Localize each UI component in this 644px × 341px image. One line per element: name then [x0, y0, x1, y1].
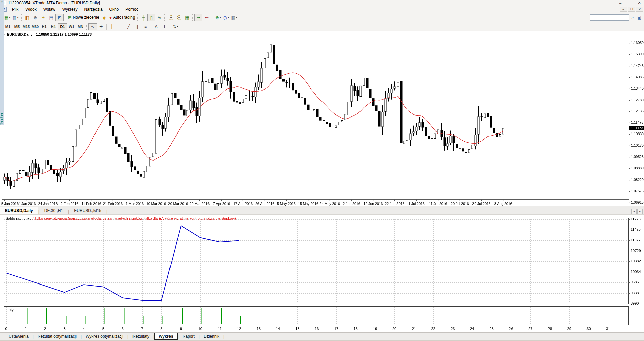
chart-window: ▼ EURUSD,Daily 1.10850 1.11217 1.10699 1… [0, 31, 644, 206]
indicators-icon: ⊕ [215, 15, 219, 20]
tester-chart-canvas[interactable] [0, 215, 644, 332]
tester-tab-wykres[interactable]: Wykres [154, 333, 177, 340]
chevron-down-icon[interactable]: ▾ [236, 16, 237, 19]
auto-scroll-button[interactable]: ⇥ [194, 14, 202, 21]
navigator-button[interactable]: ✦ [39, 14, 47, 21]
line-chart-icon: ∿ [158, 15, 161, 20]
data-window-icon: ⊕ [33, 15, 37, 20]
chevron-down-icon[interactable]: ▾ [177, 25, 178, 28]
timeframe-mn-button[interactable]: MN [76, 23, 85, 30]
text-label-button[interactable]: T [160, 23, 169, 30]
timeframe-h1-button[interactable]: H1 [40, 23, 49, 30]
close-button[interactable]: ✕ [635, 0, 644, 6]
menu-pomoc[interactable]: Pomoc [122, 6, 141, 12]
tester-tab-rezultat-optymalizacji[interactable]: Rezultat optymalizacji [34, 333, 81, 340]
chevron-down-icon[interactable]: ▾ [228, 16, 229, 19]
tester-tab-dziennik[interactable]: Dziennik [200, 333, 223, 340]
chart-tab-0[interactable]: EURUSD,Daily [0, 207, 38, 214]
timeframe-h4-button[interactable]: H4 [49, 23, 58, 30]
timeframe-m30-button[interactable]: M30 [31, 23, 40, 30]
candlestick-button[interactable]: ▯ [147, 14, 155, 21]
tester-side-label[interactable]: Tester [0, 98, 5, 125]
cursor-button[interactable]: ↖ [88, 23, 97, 30]
search-icon[interactable]: ⌕ [629, 14, 636, 21]
autotrading-icon: ● [109, 15, 112, 20]
toolbar-grip [212, 14, 213, 21]
maximize-button[interactable]: □ [625, 0, 635, 6]
vertical-line-button[interactable]: │ [108, 23, 116, 30]
timeframe-m1-button[interactable]: M1 [3, 23, 12, 30]
profiles-button[interactable]: ▥▾ [11, 14, 20, 21]
tile-windows-icon: ▦ [185, 15, 189, 20]
tester-tab-rezultaty[interactable]: Rezultaty [128, 333, 153, 340]
main-toolbar: ▦▾▥▾◧⊕✦▤◩⊞Nowe zlecenie◆●AutoTrading╫▯∿+… [0, 13, 644, 22]
zoom-in-button[interactable]: + [167, 14, 175, 21]
zoom-out-button[interactable]: − [175, 14, 183, 21]
toolbar-extra-icon[interactable]: ▣ [636, 14, 643, 21]
arrows-button[interactable]: ⇅▾ [171, 23, 180, 30]
timeframe-m5-button[interactable]: M5 [12, 23, 22, 30]
horizontal-line-button[interactable]: ─ [116, 23, 124, 30]
tester-tab-ustawienia[interactable]: Ustawienia [5, 333, 33, 340]
metaeditor-button[interactable]: ◆ [100, 14, 108, 21]
strategy-tester-button[interactable]: ◩ [55, 14, 64, 21]
fibonacci-button[interactable]: ≡ [141, 23, 150, 30]
tester-side-strip: ✕ Tester [0, 0, 4, 125]
tab-separator: | [223, 334, 224, 339]
mdi-restore-button[interactable]: ❐ [628, 7, 635, 12]
timeframe-d1-button[interactable]: D1 [58, 23, 67, 30]
tester-tab-wykres-optymalizacji[interactable]: Wykres optymalizacji [82, 333, 127, 340]
toolbar-grip [86, 24, 87, 30]
menu-okno[interactable]: Okno [106, 6, 122, 12]
toolbar-separator [151, 24, 151, 30]
window-title: 1122908854: XTrade-MT4 Demo - [EURUSD,Da… [8, 1, 100, 5]
mdi-close-button[interactable]: ✕ [636, 7, 643, 12]
price-chart-canvas[interactable] [0, 31, 644, 206]
tester-tab-raport[interactable]: Raport [179, 333, 199, 340]
chart-shift-button[interactable]: ⇤ [202, 14, 211, 21]
line-chart-button[interactable]: ∿ [155, 14, 163, 21]
timeframe-w1-button[interactable]: W1 [67, 23, 76, 30]
autotrading-button[interactable]: ●AutoTrading [108, 14, 136, 21]
indicators-button[interactable]: ⊕▾ [214, 14, 222, 21]
chart-tab-bar: EURUSD,Daily|DE.30.,H1|EURUSD.,M15|◂▸ [0, 206, 644, 214]
mdi-minimize-button[interactable]: – [620, 7, 627, 12]
tab-scroll-buttons: ◂▸ [631, 209, 643, 214]
new-chart-button[interactable]: ▦▾ [3, 14, 11, 21]
data-window-button[interactable]: ⊕ [31, 14, 39, 21]
chevron-down-icon[interactable]: ▾ [9, 16, 10, 19]
tab-scroll-left-button[interactable]: ◂ [631, 209, 637, 214]
strategy-tester-icon: ◩ [57, 15, 61, 20]
chart-tab-2[interactable]: EURUSD.,M15 [69, 207, 106, 214]
strategy-tester-panel: Saldo rachunku / Tylko ceny otwarcia (na… [0, 215, 644, 332]
timeframe-m15-button[interactable]: M15 [22, 23, 31, 30]
market-watch-button[interactable]: ◧ [23, 14, 31, 21]
search-area: ⌕ ▣ [590, 14, 643, 21]
tab-scroll-right-button[interactable]: ▸ [637, 209, 643, 214]
menu-plik[interactable]: Plik [9, 6, 22, 12]
text-button[interactable]: A [152, 23, 160, 30]
trendline-button[interactable]: ╱ [124, 23, 133, 30]
zoom-out-icon: − [177, 15, 181, 20]
search-input[interactable] [590, 14, 629, 21]
crosshair-button[interactable]: ✛ [97, 23, 105, 30]
metaeditor-icon: ◆ [103, 15, 106, 20]
toolbar-grip [192, 14, 193, 21]
chevron-down-icon[interactable]: ▾ [17, 16, 19, 19]
bar-chart-button[interactable]: ╫ [139, 14, 147, 21]
tile-windows-button[interactable]: ▦ [183, 14, 191, 21]
templates-button[interactable]: ▩▾ [230, 14, 238, 21]
chart-tab-1[interactable]: DE.30.,H1 [40, 207, 68, 214]
menu-widok[interactable]: Widok [22, 6, 40, 12]
tester-close-icon[interactable]: ✕ [0, 0, 4, 3]
toolbar-separator [106, 24, 107, 30]
new-order-button[interactable]: ⊞Nowe zlecenie [67, 14, 100, 21]
terminal-button[interactable]: ▤ [47, 14, 55, 21]
menu-narzędzia[interactable]: Narzędzia [81, 6, 106, 12]
periods-button[interactable]: ◷▾ [222, 14, 230, 21]
channel-button[interactable]: ∥ [133, 23, 141, 30]
chevron-down-icon[interactable]: ▾ [220, 16, 221, 19]
menu-wstaw[interactable]: Wstaw [40, 6, 59, 12]
menu-wykresy[interactable]: Wykresy [59, 6, 81, 12]
minimize-button[interactable]: – [616, 0, 625, 6]
